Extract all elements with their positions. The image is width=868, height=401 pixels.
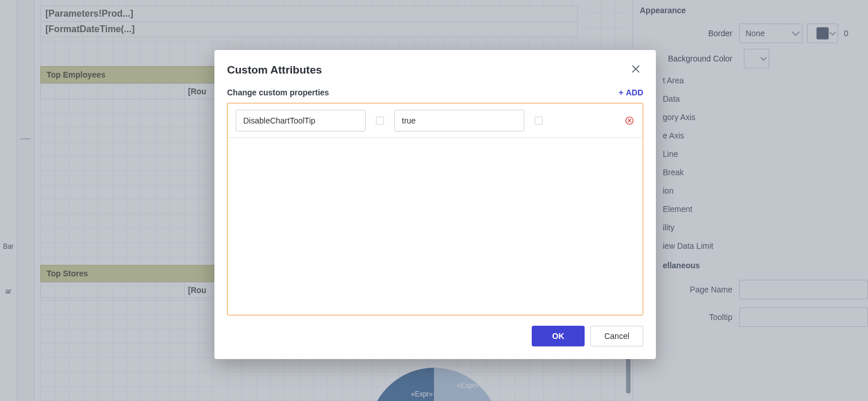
add-button-label: ADD bbox=[626, 88, 643, 97]
table-row bbox=[228, 103, 643, 138]
add-button[interactable]: + ADD bbox=[619, 87, 643, 97]
close-button[interactable] bbox=[628, 61, 643, 78]
remove-icon bbox=[625, 116, 634, 125]
attr-value-expr-toggle[interactable] bbox=[535, 117, 543, 125]
attributes-table bbox=[227, 103, 643, 315]
close-icon bbox=[632, 65, 640, 73]
plus-icon: + bbox=[619, 87, 624, 97]
dialog-subtitle: Change custom properties bbox=[227, 88, 619, 97]
attr-name-expr-toggle[interactable] bbox=[376, 117, 384, 125]
dialog-title: Custom Attributes bbox=[227, 64, 628, 76]
attr-name-input[interactable] bbox=[236, 110, 366, 132]
ok-button[interactable]: OK bbox=[532, 326, 585, 346]
attr-value-input[interactable] bbox=[394, 110, 524, 132]
remove-row-button[interactable] bbox=[624, 115, 635, 126]
cancel-button[interactable]: Cancel bbox=[590, 326, 643, 346]
custom-attributes-dialog: Custom Attributes Change custom properti… bbox=[214, 50, 656, 359]
